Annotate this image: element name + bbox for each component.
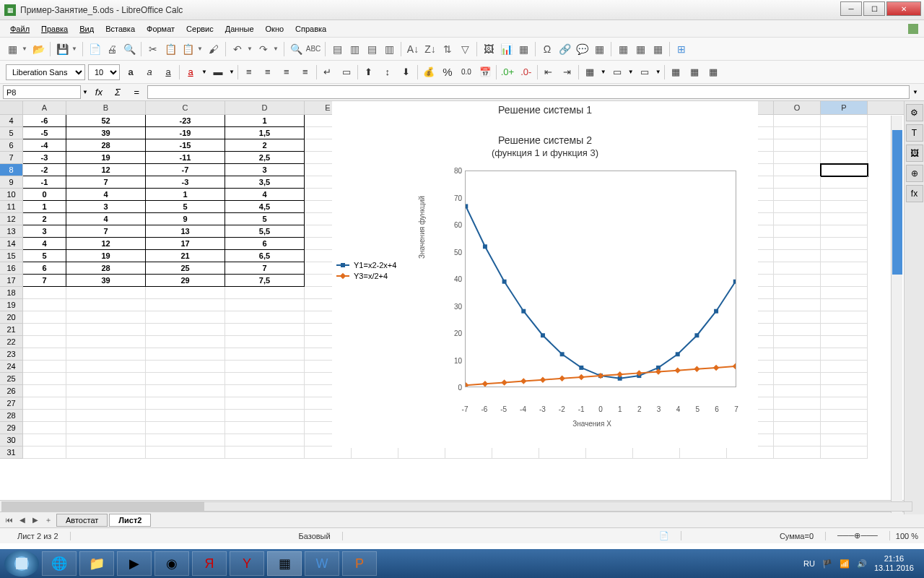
- cell[interactable]: [774, 336, 821, 348]
- row-header[interactable]: 20: [0, 311, 23, 324]
- cell[interactable]: [492, 447, 539, 459]
- cell[interactable]: [774, 189, 821, 201]
- menu-help[interactable]: Справка: [289, 22, 332, 36]
- close-button[interactable]: ✕: [886, 1, 921, 16]
- cell[interactable]: [66, 422, 146, 434]
- cell[interactable]: [146, 385, 225, 397]
- row-header[interactable]: 26: [0, 385, 23, 397]
- filter-icon[interactable]: ▽: [457, 41, 473, 57]
- cell[interactable]: [146, 410, 225, 422]
- cell[interactable]: [821, 115, 868, 127]
- cell[interactable]: [23, 311, 66, 324]
- cell[interactable]: 4: [225, 189, 305, 201]
- cell[interactable]: [821, 213, 868, 225]
- cell[interactable]: [225, 361, 305, 373]
- taskbar-ppt-icon[interactable]: P: [342, 551, 377, 576]
- cell[interactable]: 0: [23, 189, 66, 201]
- chart-icon[interactable]: 📊: [498, 41, 514, 57]
- cell[interactable]: [774, 262, 821, 275]
- tab-prev-icon[interactable]: ◀: [16, 514, 29, 527]
- cell[interactable]: 2: [23, 213, 66, 225]
- row-header[interactable]: 16: [0, 262, 23, 275]
- col-header-P[interactable]: P: [821, 101, 868, 114]
- row-header[interactable]: 14: [0, 238, 23, 250]
- cell[interactable]: [821, 164, 868, 176]
- cell[interactable]: [146, 447, 225, 459]
- highlight-icon[interactable]: ▬: [210, 64, 226, 80]
- cell[interactable]: [23, 422, 66, 434]
- row-header[interactable]: 10: [0, 189, 23, 201]
- menu-insert[interactable]: Вставка: [100, 22, 141, 36]
- cell[interactable]: [774, 238, 821, 250]
- taskbar-yabrowser-icon[interactable]: Y: [230, 551, 264, 576]
- cell[interactable]: [66, 397, 146, 410]
- cell[interactable]: [680, 447, 727, 459]
- row-header[interactable]: 8: [0, 164, 23, 176]
- cell[interactable]: [774, 152, 821, 164]
- sidebar-gallery-icon[interactable]: 🖼: [906, 144, 923, 162]
- cell[interactable]: 1: [225, 115, 305, 127]
- cf2-icon[interactable]: ▦: [687, 64, 702, 80]
- cell[interactable]: -1: [23, 176, 66, 189]
- cell[interactable]: [66, 324, 146, 336]
- date-icon[interactable]: 📅: [477, 64, 493, 80]
- cell[interactable]: [821, 152, 868, 164]
- del-col-icon[interactable]: ▥: [381, 41, 397, 57]
- cell[interactable]: -3: [23, 152, 66, 164]
- cell[interactable]: 17: [146, 238, 225, 250]
- cell[interactable]: [225, 373, 305, 385]
- sidebar-navigator-icon[interactable]: ⊕: [906, 165, 923, 182]
- row-header[interactable]: 27: [0, 397, 23, 410]
- paste-icon[interactable]: 📋: [180, 41, 196, 57]
- cell[interactable]: -2: [23, 164, 66, 176]
- font-size-select[interactable]: 10: [88, 64, 120, 80]
- tray-flag-icon[interactable]: 🏴: [822, 559, 832, 569]
- taskbar-yandex-icon[interactable]: Я: [192, 551, 227, 576]
- cell[interactable]: [774, 299, 821, 311]
- taskbar-calc-icon[interactable]: ▦: [267, 551, 302, 576]
- cut-icon[interactable]: ✂: [145, 41, 161, 57]
- row-header[interactable]: 6: [0, 139, 23, 152]
- align-left-icon[interactable]: ≡: [241, 64, 257, 80]
- row-header[interactable]: 19: [0, 299, 23, 311]
- sort-asc-icon[interactable]: A↓: [405, 41, 421, 57]
- valign-top-icon[interactable]: ⬆: [361, 64, 377, 80]
- sheet-tab-2[interactable]: Лист2: [109, 514, 151, 527]
- row-header[interactable]: 28: [0, 410, 23, 422]
- cell[interactable]: [821, 201, 868, 213]
- cell[interactable]: [398, 447, 445, 459]
- cell[interactable]: 7: [225, 262, 305, 275]
- maximize-button[interactable]: ☐: [863, 1, 885, 16]
- tray-lang[interactable]: RU: [803, 559, 815, 568]
- cell[interactable]: 4: [66, 213, 146, 225]
- split-icon[interactable]: ▦: [632, 41, 648, 57]
- border-style-icon[interactable]: ▭: [609, 64, 625, 80]
- cell[interactable]: [225, 311, 305, 324]
- cell[interactable]: [539, 447, 586, 459]
- cell[interactable]: [586, 447, 633, 459]
- tab-first-icon[interactable]: ⏮: [3, 514, 16, 527]
- row-icon[interactable]: ▤: [329, 41, 345, 57]
- row-header[interactable]: 24: [0, 361, 23, 373]
- wrap-icon[interactable]: ↵: [320, 64, 336, 80]
- cell[interactable]: 3: [23, 225, 66, 238]
- add-decimal-icon[interactable]: .0+: [500, 64, 515, 80]
- cell[interactable]: [774, 447, 821, 459]
- cell[interactable]: 2: [225, 139, 305, 152]
- cell[interactable]: [774, 361, 821, 373]
- cell[interactable]: [821, 422, 868, 434]
- row-header[interactable]: 13: [0, 225, 23, 238]
- row-header[interactable]: 5: [0, 127, 23, 139]
- underline-icon[interactable]: a: [160, 64, 176, 80]
- cell[interactable]: [821, 176, 868, 189]
- cell[interactable]: [23, 348, 66, 361]
- row-header[interactable]: 4: [0, 115, 23, 127]
- row-header[interactable]: 7: [0, 152, 23, 164]
- cell[interactable]: [774, 410, 821, 422]
- cell[interactable]: [727, 447, 774, 459]
- row-header[interactable]: 9: [0, 176, 23, 189]
- cell[interactable]: [23, 361, 66, 373]
- status-zoom-slider[interactable]: ───⊕───: [826, 531, 890, 540]
- cell[interactable]: [821, 336, 868, 348]
- cell[interactable]: 29: [146, 275, 225, 287]
